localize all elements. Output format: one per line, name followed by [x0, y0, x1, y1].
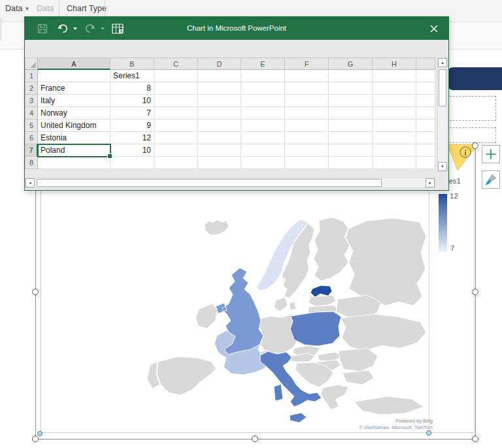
cell-F6[interactable] [285, 132, 329, 144]
cell-E4[interactable] [241, 107, 285, 120]
cell-H4[interactable] [373, 107, 416, 120]
scroll-down-arrow[interactable]: ▼ [438, 162, 447, 171]
resize-handle-top-right[interactable] [472, 142, 478, 149]
cell-D3[interactable] [198, 95, 241, 107]
slide-placeholder-2[interactable] [446, 127, 496, 143]
cell-X3[interactable] [416, 95, 435, 107]
cell-X6[interactable] [416, 132, 435, 144]
cell-B5[interactable]: 9 [110, 120, 154, 132]
scroll-left-arrow[interactable]: ◄ [25, 178, 35, 187]
cell-C7[interactable] [154, 144, 198, 157]
cell-G6[interactable] [329, 132, 373, 144]
resize-handle-bottom-right[interactable] [472, 436, 478, 442]
cell-D4[interactable] [198, 107, 241, 120]
cell-H6[interactable] [373, 132, 416, 144]
cell-F1[interactable] [285, 70, 329, 82]
column-header-H[interactable]: H [373, 57, 416, 70]
cell-C1[interactable] [154, 70, 198, 82]
cell-B2[interactable]: 8 [110, 82, 154, 95]
cell-H2[interactable] [373, 82, 416, 95]
europe-map-chart[interactable] [41, 191, 475, 433]
cell-D7[interactable] [198, 144, 241, 157]
cell-G1[interactable] [329, 70, 373, 82]
legend-gradient-bar[interactable] [439, 194, 447, 252]
cell-B3[interactable]: 10 [110, 95, 154, 107]
cell-D6[interactable] [198, 132, 241, 144]
row-header-1[interactable]: 1 [25, 70, 38, 82]
cell-B8[interactable] [110, 157, 154, 169]
cell-G7[interactable] [329, 144, 373, 157]
cell-H8[interactable] [373, 157, 416, 169]
cell-A3[interactable]: Italy [38, 95, 110, 107]
cell-F8[interactable] [285, 157, 329, 169]
cell-B6[interactable]: 12 [110, 132, 154, 144]
cell-X7[interactable] [416, 144, 435, 157]
horizontal-scrollbar[interactable]: ◄ ► [25, 178, 435, 188]
cell-G5[interactable] [329, 120, 373, 132]
cell-B7[interactable]: 10 [110, 144, 154, 157]
cell-F4[interactable] [285, 107, 329, 120]
row-header-3[interactable]: 3 [25, 95, 38, 107]
cell-A4[interactable]: Norway [38, 107, 110, 120]
scroll-right-arrow[interactable]: ► [426, 178, 435, 187]
resize-handle-bottom-left[interactable] [32, 436, 39, 442]
cell-G8[interactable] [329, 157, 373, 169]
select-all-cell[interactable] [25, 57, 38, 70]
slide-placeholder-1[interactable] [446, 96, 496, 121]
ribbon-item-data-dropdown[interactable]: Data▼ [5, 4, 29, 13]
cell-F2[interactable] [285, 82, 329, 95]
cell-A2[interactable]: France [38, 82, 110, 95]
scroll-up-arrow[interactable]: ▲ [438, 58, 447, 67]
cell-D2[interactable] [198, 82, 241, 95]
cell-F3[interactable] [285, 95, 329, 107]
row-header-4[interactable]: 4 [25, 107, 38, 120]
cell-C5[interactable] [154, 120, 198, 132]
cell-H7[interactable] [373, 144, 416, 157]
ribbon-item-chart-type[interactable]: Chart Type [67, 4, 107, 13]
resize-handle-bottom[interactable] [252, 436, 258, 442]
cell-X4[interactable] [416, 107, 435, 120]
row-header-2[interactable]: 2 [25, 82, 38, 95]
cell-G2[interactable] [329, 82, 373, 95]
cell-E6[interactable] [241, 132, 285, 144]
cell-X2[interactable] [416, 82, 435, 95]
cell-A8[interactable] [38, 157, 110, 169]
cell-B1[interactable]: Series1 [110, 70, 154, 82]
row-header-7[interactable]: 7 [25, 144, 38, 157]
column-header-B[interactable]: B [110, 57, 154, 70]
map-region-estonia[interactable] [310, 285, 332, 297]
cell-F7[interactable] [285, 144, 329, 157]
plot-handle-bottom-right[interactable] [426, 430, 431, 436]
cell-A1[interactable] [38, 70, 110, 82]
cell-B4[interactable]: 7 [110, 107, 154, 120]
cell-C8[interactable] [154, 157, 198, 169]
cell-C3[interactable] [154, 95, 198, 107]
column-header-G[interactable]: G [329, 57, 373, 70]
cell-A6[interactable]: Estonia [38, 132, 110, 144]
plot-handle-bottom-left[interactable] [37, 431, 42, 436]
cell-X5[interactable] [416, 120, 435, 132]
cell-D8[interactable] [198, 157, 241, 169]
close-button[interactable] [426, 21, 442, 37]
cell-E5[interactable] [241, 120, 285, 132]
fill-handle[interactable] [107, 153, 112, 159]
cell-G3[interactable] [329, 95, 373, 107]
cell-C4[interactable] [154, 107, 198, 120]
column-header-C[interactable]: C [154, 57, 198, 70]
chart-styles-button[interactable] [482, 170, 500, 189]
cell-E8[interactable] [241, 157, 285, 169]
column-header-D[interactable]: D [198, 57, 241, 70]
resize-handle-right[interactable] [472, 289, 478, 295]
cell-H5[interactable] [373, 120, 416, 132]
cell-E1[interactable] [241, 70, 285, 82]
dialog-titlebar[interactable]: Chart in Microsoft PowerPoint [25, 17, 448, 40]
cell-E2[interactable] [241, 82, 285, 95]
cell-H3[interactable] [373, 95, 416, 107]
row-header-5[interactable]: 5 [25, 120, 38, 132]
horizontal-scroll-thumb[interactable] [37, 179, 382, 187]
cell-G4[interactable] [329, 107, 373, 120]
cell-F5[interactable] [285, 120, 329, 132]
cell-C2[interactable] [154, 82, 198, 95]
slide-title-shape[interactable] [447, 67, 502, 90]
cell-A5[interactable]: United Kingdom [38, 120, 110, 132]
